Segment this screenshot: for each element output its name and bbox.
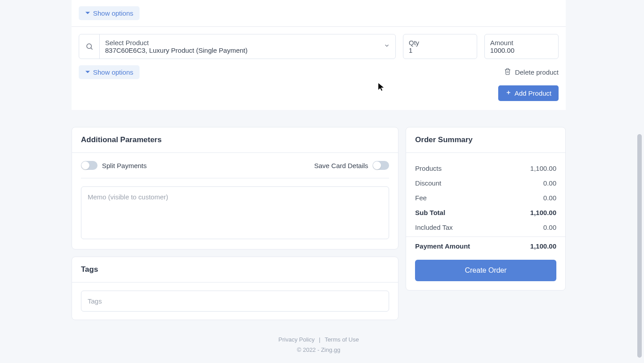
trash-icon	[504, 68, 511, 77]
additional-parameters-title: Additional Parameters	[72, 127, 398, 153]
show-options-button-top[interactable]: Show options	[79, 6, 140, 20]
product-card: Show options Select Product 837C60E6C3, …	[72, 0, 566, 110]
search-icon[interactable]	[79, 34, 100, 59]
summary-subtotal-label: Sub Total	[415, 209, 445, 216]
summary-payment-label: Payment Amount	[415, 242, 470, 250]
show-options-label: Show options	[93, 9, 133, 17]
summary-tax-value: 0.00	[543, 224, 556, 231]
delete-product-button[interactable]: Delete product	[504, 68, 559, 77]
save-card-toggle[interactable]	[373, 161, 389, 170]
additional-parameters-card: Additional Parameters Split Payments Sav…	[72, 127, 398, 249]
summary-products-label: Products	[415, 165, 441, 172]
summary-line-fee: Fee 0.00	[415, 190, 556, 205]
summary-line-subtotal: Sub Total 1,100.00	[415, 205, 556, 220]
svg-line-1	[91, 48, 93, 50]
tags-card: Tags	[72, 257, 398, 320]
product-select[interactable]: Select Product 837C60E6C3, Luxury Produc…	[79, 34, 396, 59]
chevron-down-icon	[384, 42, 390, 51]
divider	[406, 236, 565, 237]
scrollbar-thumb[interactable]	[637, 134, 642, 358]
tags-input[interactable]	[81, 291, 389, 312]
create-order-button[interactable]: Create Order	[415, 260, 556, 281]
svg-point-0	[87, 44, 92, 49]
split-payments-label: Split Payments	[102, 162, 147, 169]
summary-subtotal-value: 1,100.00	[530, 209, 556, 216]
summary-products-value: 1,100.00	[530, 165, 556, 172]
delete-product-label: Delete product	[515, 68, 559, 76]
amount-field[interactable]: Amount	[484, 34, 559, 59]
copyright: © 2022 - Zing.gg	[72, 346, 566, 353]
summary-fee-label: Fee	[415, 194, 427, 202]
order-summary-title: Order Summary	[406, 127, 565, 153]
summary-discount-label: Discount	[415, 179, 441, 187]
order-summary-card: Order Summary Products 1,100.00 Discount…	[406, 127, 566, 291]
chevron-down-icon	[85, 68, 90, 76]
amount-input[interactable]	[490, 46, 553, 54]
qty-field[interactable]: Qty	[403, 34, 477, 59]
summary-line-products: Products 1,100.00	[415, 161, 556, 176]
amount-label: Amount	[490, 39, 553, 46]
summary-line-discount: Discount 0.00	[415, 176, 556, 190]
summary-discount-value: 0.00	[543, 179, 556, 187]
memo-textarea[interactable]	[81, 186, 389, 239]
add-product-label: Add Product	[514, 89, 551, 97]
tags-title: Tags	[72, 257, 398, 283]
qty-input[interactable]	[409, 46, 471, 54]
summary-tax-label: Included Tax	[415, 224, 453, 231]
footer: Privacy Policy | Terms of Use © 2022 - Z…	[72, 320, 566, 353]
product-row: Select Product 837C60E6C3, Luxury Produc…	[79, 34, 559, 59]
qty-label: Qty	[409, 39, 471, 46]
chevron-down-icon	[85, 9, 90, 17]
product-select-value: 837C60E6C3, Luxury Product (Single Payme…	[105, 46, 379, 54]
save-card-label: Save Card Details	[314, 162, 368, 169]
plus-icon	[505, 89, 512, 97]
footer-sep: |	[319, 336, 320, 343]
show-options-button-bottom[interactable]: Show options	[79, 65, 140, 79]
summary-line-payment: Payment Amount 1,100.00	[415, 239, 556, 253]
privacy-link[interactable]: Privacy Policy	[279, 336, 315, 343]
divider	[72, 26, 566, 27]
terms-link[interactable]: Terms of Use	[325, 336, 359, 343]
summary-line-tax: Included Tax 0.00	[415, 220, 556, 235]
product-select-label: Select Product	[105, 39, 379, 46]
show-options-label: Show options	[93, 68, 133, 76]
product-select-dropdown[interactable]: Select Product 837C60E6C3, Luxury Produc…	[100, 34, 395, 59]
summary-payment-value: 1,100.00	[530, 242, 556, 250]
add-product-button[interactable]: Add Product	[498, 85, 559, 101]
summary-fee-value: 0.00	[543, 194, 556, 202]
split-payments-toggle[interactable]	[81, 161, 97, 170]
